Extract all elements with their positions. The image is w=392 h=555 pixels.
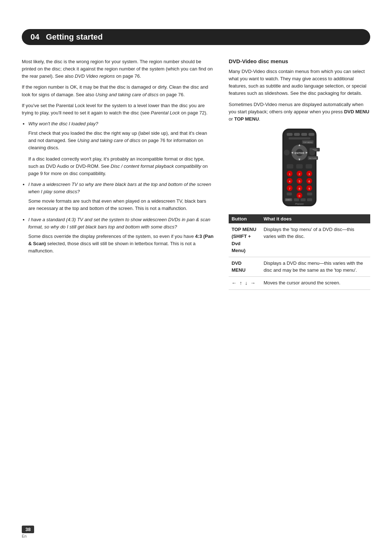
- table-cell-button-1: TOP MENU (SHIFT + Dvd Menu): [229, 223, 261, 257]
- right-para-1: Many DVD-Video discs contain menus from …: [229, 68, 370, 97]
- bullet-item-2: I have a widescreen TV so why are there …: [28, 181, 214, 212]
- page-lang: En: [22, 534, 26, 538]
- svg-text:8: 8: [299, 187, 301, 190]
- svg-rect-22: [287, 164, 293, 169]
- chapter-title: Getting started: [46, 32, 102, 42]
- svg-rect-45: [287, 193, 292, 195]
- table-cell-button-3: ← ↑ ↓ →: [229, 276, 261, 289]
- svg-rect-49: [294, 198, 299, 201]
- table-row-arrows: ← ↑ ↓ → Moves the cursor around the scre…: [229, 276, 370, 289]
- right-para-2: Sometimes DVD-Video menus are displayed …: [229, 101, 370, 123]
- bullet-answer-3a: Some discs override the display preferen…: [28, 233, 214, 255]
- svg-text:6: 6: [309, 180, 310, 183]
- table-cell-desc-3: Moves the cursor around the screen.: [261, 276, 370, 289]
- content-area: Most likely, the disc is the wrong regio…: [22, 58, 370, 519]
- svg-rect-46: [307, 193, 312, 195]
- bullet-item-3: I have a standard (4:3) TV and set the s…: [28, 216, 214, 255]
- svg-point-20: [284, 150, 290, 155]
- svg-rect-23: [296, 164, 303, 169]
- left-para-2: If the region number is OK, it may be th…: [22, 84, 214, 98]
- svg-text:1: 1: [289, 173, 291, 176]
- svg-rect-2: [287, 133, 293, 136]
- svg-text:7: 7: [289, 187, 291, 190]
- table-cell-desc-2: Displays a DVD disc menu—this varies wit…: [261, 257, 370, 276]
- bullet-answer-1a: First check that you loaded the disc the…: [28, 130, 214, 151]
- remote-svg: TOP MENU ENTER ▲ ▼ ◄ ► MENU RETURN: [276, 128, 323, 208]
- left-para-1: Most likely, the disc is the wrong regio…: [22, 58, 214, 80]
- svg-point-21: [309, 150, 315, 155]
- svg-rect-51: [307, 198, 312, 201]
- svg-text:3: 3: [309, 173, 310, 176]
- svg-text:5: 5: [299, 180, 301, 183]
- svg-text:0: 0: [299, 194, 301, 198]
- section-title: DVD-Video disc menus: [229, 58, 370, 64]
- chapter-number: 04: [30, 32, 39, 42]
- svg-text:▼: ▼: [298, 158, 301, 161]
- bullet-answer-2a: Some movie formats are such that even wh…: [28, 198, 214, 212]
- table-row-dvd-menu: DVD MENU Displays a DVD disc menu—this v…: [229, 257, 370, 276]
- chapter-bar: 04 Getting started: [22, 29, 370, 45]
- table-row-top-menu: TOP MENU (SHIFT + Dvd Menu) Displays the…: [229, 223, 370, 257]
- bullet-answer-1b: If a disc loaded correctly won't play, i…: [28, 155, 214, 177]
- svg-rect-5: [309, 133, 314, 136]
- svg-text:4: 4: [289, 180, 291, 183]
- page-number: 38: [22, 526, 34, 533]
- svg-text:▲: ▲: [298, 143, 301, 147]
- svg-rect-24: [306, 164, 312, 169]
- arrow-symbols: ← ↑ ↓ →: [232, 280, 256, 286]
- svg-text:Pioneer: Pioneer: [295, 203, 304, 205]
- bullet-item-1: Why won't the disc I loaded play? First …: [28, 120, 214, 177]
- table-header-button: Button: [229, 214, 261, 223]
- svg-rect-3: [294, 133, 300, 136]
- right-column: DVD-Video disc menus Many DVD-Video disc…: [229, 58, 370, 519]
- left-column: Most likely, the disc is the wrong regio…: [22, 58, 214, 519]
- table-cell-desc-1: Displays the 'top menu' of a DVD disc—th…: [261, 223, 370, 257]
- svg-text:ENTER: ENTER: [294, 151, 304, 155]
- svg-text:9: 9: [309, 187, 310, 190]
- svg-text:2: 2: [299, 173, 301, 176]
- remote-illustration: TOP MENU ENTER ▲ ▼ ◄ ► MENU RETURN: [229, 128, 370, 208]
- svg-rect-4: [301, 133, 307, 136]
- table-header-what: What it does: [261, 214, 370, 223]
- svg-rect-6: [289, 137, 310, 139]
- svg-text:►: ►: [305, 151, 309, 154]
- svg-text:TOP MENU: TOP MENU: [303, 141, 313, 143]
- svg-text:RETURN: RETURN: [309, 157, 317, 159]
- left-para-3: If you've set the Parental Lock level fo…: [22, 102, 214, 117]
- table-cell-button-2: DVD MENU: [229, 257, 261, 276]
- svg-text:SHIFT: SHIFT: [286, 199, 291, 201]
- svg-text:◄: ◄: [291, 151, 294, 154]
- svg-rect-50: [301, 198, 306, 201]
- info-table: Button What it does TOP MENU (SHIFT + Dv…: [229, 214, 370, 290]
